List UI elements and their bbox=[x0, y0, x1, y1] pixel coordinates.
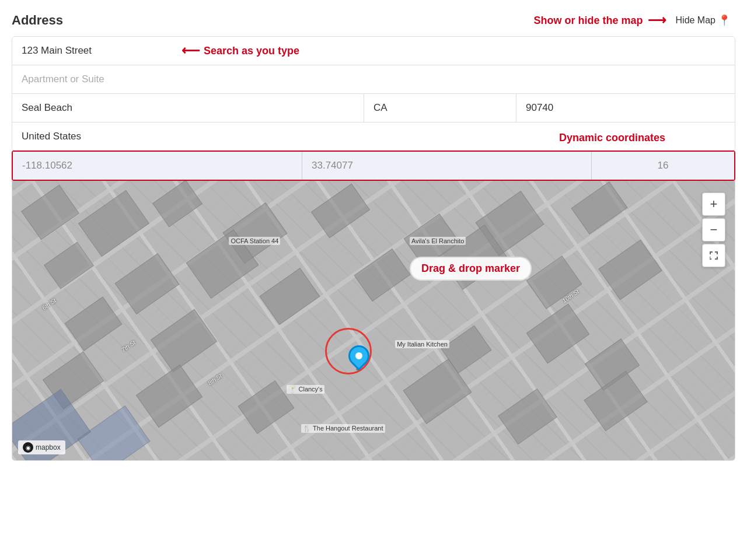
coordinates-wrapper bbox=[12, 150, 735, 181]
longitude-input[interactable] bbox=[13, 152, 302, 180]
apt-input[interactable] bbox=[12, 65, 735, 93]
header-right: Show or hide the map ⟶ Hide Map 📍 bbox=[534, 12, 736, 29]
street-input[interactable] bbox=[12, 37, 735, 65]
address-title: Address bbox=[12, 13, 63, 28]
mapbox-label: mapbox bbox=[36, 443, 61, 452]
map-controls: + − bbox=[702, 192, 725, 267]
search-annotation: ⟵ Search as you type bbox=[181, 43, 299, 58]
mapbox-attribution: ◉ mapbox bbox=[18, 440, 65, 454]
coordinates-section: Dynamic coordinates bbox=[12, 150, 735, 181]
hide-map-label: Hide Map bbox=[676, 15, 715, 26]
location-pin-icon: 📍 bbox=[718, 14, 731, 27]
zoom-out-button[interactable]: − bbox=[702, 218, 725, 242]
zip-input[interactable] bbox=[516, 94, 735, 122]
hide-map-button[interactable]: Hide Map 📍 bbox=[671, 12, 735, 29]
apt-row bbox=[12, 65, 735, 94]
city-input[interactable] bbox=[12, 94, 364, 122]
latitude-input[interactable] bbox=[302, 152, 592, 180]
show-hide-annotation: Show or hide the map bbox=[534, 15, 643, 27]
expand-icon bbox=[708, 250, 720, 261]
coordinates-row bbox=[13, 152, 734, 180]
city-state-zip-row bbox=[12, 94, 735, 123]
arrow-right-icon: ⟶ bbox=[648, 13, 666, 28]
dynamic-coords-annotation: Dynamic coordinates bbox=[559, 132, 665, 144]
zoom-in-button[interactable]: + bbox=[702, 192, 725, 216]
search-annotation-text: Search as you type bbox=[204, 45, 299, 57]
drag-drop-annotation: Drag & drop marker bbox=[410, 257, 532, 281]
map-marker[interactable] bbox=[348, 345, 369, 371]
address-form-header: Address Show or hide the map ⟶ Hide Map … bbox=[12, 12, 735, 29]
arrow-left-icon: ⟵ bbox=[181, 43, 200, 58]
zoom-input[interactable] bbox=[592, 152, 734, 180]
state-input[interactable] bbox=[364, 94, 516, 122]
map-background: 6th St 7th St 8th St 10th St OCFA Statio… bbox=[12, 181, 735, 460]
expand-button[interactable] bbox=[702, 244, 725, 267]
mapbox-logo: ◉ bbox=[23, 442, 33, 453]
street-row: ⟵ Search as you type bbox=[12, 37, 735, 65]
map-container[interactable]: 6th St 7th St 8th St 10th St OCFA Statio… bbox=[12, 181, 735, 461]
